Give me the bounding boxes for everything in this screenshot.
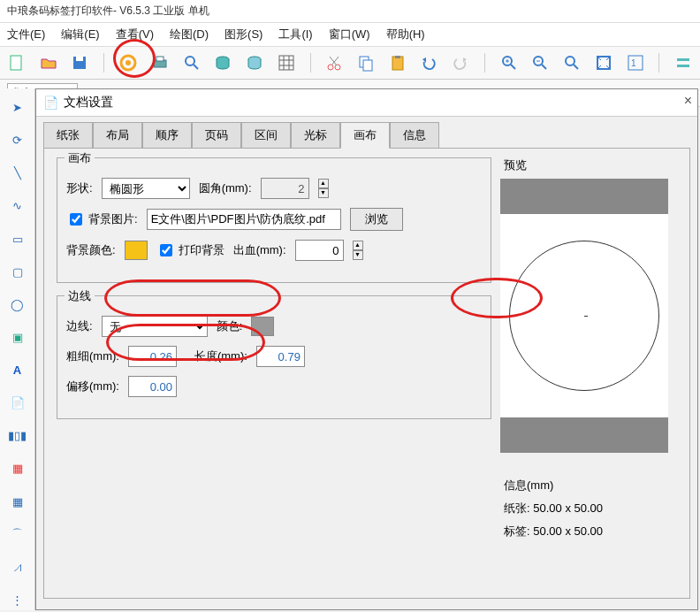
svg-line-29 (542, 65, 546, 69)
grid-icon[interactable] (277, 52, 296, 73)
zoom-actual-icon[interactable]: 1 (626, 52, 645, 73)
barcode-tool-icon[interactable]: ▮▯▮ (7, 425, 28, 446)
info-label-size: 标签: 50.00 x 50.00 (504, 524, 673, 539)
preview-box (500, 179, 668, 453)
redo-icon[interactable] (451, 52, 470, 73)
offset-field[interactable] (128, 376, 177, 397)
svg-text:1: 1 (631, 58, 636, 68)
printbg-check[interactable] (160, 244, 172, 256)
preview-label: 预览 (500, 157, 677, 173)
table-tool-icon[interactable]: ▦ (7, 492, 28, 512)
pointer-tool-icon[interactable]: ➤ (7, 97, 28, 118)
zoom-fit-icon[interactable] (562, 52, 582, 73)
save-icon[interactable] (70, 52, 89, 73)
svg-line-32 (574, 65, 578, 69)
thickness-label: 粗细(mm): (66, 348, 119, 364)
corner-spinner[interactable]: ▲▼ (318, 179, 329, 198)
paste-icon[interactable] (388, 52, 407, 73)
printbg-checkbox[interactable]: 打印背景 (156, 241, 224, 259)
length-label: 长度(mm): (194, 348, 247, 364)
undo-icon[interactable] (420, 52, 439, 73)
cut-icon[interactable] (324, 52, 344, 73)
curve-tool-icon[interactable]: ∿ (7, 195, 28, 216)
info-paper: 纸张: 50.00 x 50.00 (504, 501, 673, 516)
app-titlebar: 中琅条码标签打印软件- V6.5.3 工业版 单机 (0, 0, 700, 23)
bleed-spinner[interactable]: ▲▼ (353, 241, 363, 260)
tab-cursor[interactable]: 光标 (291, 122, 340, 149)
svg-rect-6 (156, 57, 164, 61)
separator (484, 53, 485, 73)
tab-layout[interactable]: 布局 (93, 122, 142, 149)
new-icon[interactable] (7, 52, 27, 73)
border-combo[interactable]: 无 (102, 316, 208, 337)
tab-paper[interactable]: 纸张 (43, 122, 93, 149)
bgcolor-label: 背景颜色: (66, 242, 116, 258)
length-field[interactable] (256, 346, 305, 367)
tab-info[interactable]: 信息 (390, 122, 439, 149)
separator (658, 53, 659, 73)
doc-settings-icon[interactable] (118, 52, 138, 73)
svg-line-25 (511, 65, 515, 69)
bgimg-check[interactable] (70, 213, 82, 226)
rotate-tool-icon[interactable]: ⟳ (7, 130, 28, 150)
thickness-field[interactable] (128, 346, 177, 367)
richtext-tool-icon[interactable]: 📄 (7, 393, 28, 413)
ellipse-tool-icon[interactable]: ◯ (7, 295, 28, 315)
text-tool-icon[interactable]: A (7, 360, 28, 380)
menu-help[interactable]: 帮助(H) (386, 27, 425, 42)
svg-point-16 (328, 65, 333, 70)
arc-tool-icon[interactable]: ⌒ (7, 524, 28, 545)
menubar: 文件(E) 编辑(E) 查看(V) 绘图(D) 图形(S) 工具(I) 窗口(W… (0, 23, 700, 47)
qr-tool-icon[interactable]: ▦ (7, 458, 28, 478)
app-title: 中琅条码标签打印软件- V6.5.3 工业版 单机 (7, 4, 209, 17)
zoom-page-icon[interactable] (594, 52, 613, 73)
border-group: 边线 边线: 无 颜色: 粗细(mm): 长度(mm): 偏移(mm) (57, 295, 491, 419)
svg-rect-21 (363, 60, 372, 71)
db-icon[interactable] (213, 52, 232, 73)
more-icon[interactable] (673, 52, 693, 73)
bgimg-path-input[interactable] (147, 209, 341, 230)
rect-tool-icon[interactable]: ▭ (7, 229, 28, 249)
image-tool-icon[interactable]: ▣ (7, 327, 28, 348)
tab-page[interactable]: 页码 (192, 122, 241, 149)
bgimg-checkbox[interactable]: 背景图片: (66, 210, 138, 228)
print-icon[interactable] (150, 52, 170, 73)
border-label: 边线: (66, 318, 93, 334)
tab-canvas[interactable]: 画布 (340, 122, 390, 149)
roundrect-tool-icon[interactable]: ▢ (7, 262, 28, 282)
db2-icon[interactable] (245, 52, 264, 73)
more-tool-icon[interactable]: ⋮ (7, 590, 28, 610)
canvas-group-title: 画布 (65, 150, 95, 166)
open-icon[interactable] (39, 52, 58, 73)
zoom-out-icon[interactable] (531, 52, 551, 73)
menu-view[interactable]: 查看(V) (116, 27, 154, 42)
dialog-tabs: 纸张 布局 顺序 页码 区间 光标 画布 信息 (36, 117, 697, 149)
toolbar: 1 (0, 47, 700, 80)
tab-range[interactable]: 区间 (241, 122, 291, 149)
info-box: 信息(mm) 纸张: 50.00 x 50.00 标签: 50.00 x 50.… (500, 478, 677, 539)
copy-icon[interactable] (356, 52, 376, 73)
menu-tools[interactable]: 工具(I) (278, 27, 312, 42)
corner-field[interactable] (261, 178, 309, 199)
svg-rect-2 (76, 57, 83, 61)
menu-file[interactable]: 文件(E) (7, 27, 45, 42)
preview-icon[interactable] (182, 52, 202, 73)
shape-combo[interactable]: 椭圆形 (102, 178, 190, 199)
menu-window[interactable]: 窗口(W) (329, 27, 370, 42)
svg-rect-22 (392, 57, 403, 70)
side-toolbar: ➤ ⟳ ╲ ∿ ▭ ▢ ◯ ▣ A 📄 ▮▯▮ ▦ ▦ ⌒ ⩘ ⋮ (0, 88, 35, 610)
close-icon[interactable]: × (684, 93, 692, 109)
dialog-title-text: 文档设置 (64, 95, 113, 111)
menu-draw[interactable]: 绘图(D) (170, 27, 209, 42)
bgcolor-swatch[interactable] (125, 241, 148, 260)
menu-shape[interactable]: 图形(S) (224, 27, 262, 42)
zoom-in-icon[interactable] (499, 52, 519, 73)
bleed-field[interactable] (295, 240, 344, 261)
border-color-swatch[interactable] (251, 317, 274, 336)
menu-edit[interactable]: 编辑(E) (61, 27, 99, 42)
polyline-tool-icon[interactable]: ⩘ (7, 557, 28, 578)
browse-button[interactable]: 浏览 (350, 208, 403, 231)
line-tool-icon[interactable]: ╲ (7, 163, 28, 183)
svg-rect-36 (677, 58, 689, 61)
tab-order[interactable]: 顺序 (142, 122, 192, 149)
